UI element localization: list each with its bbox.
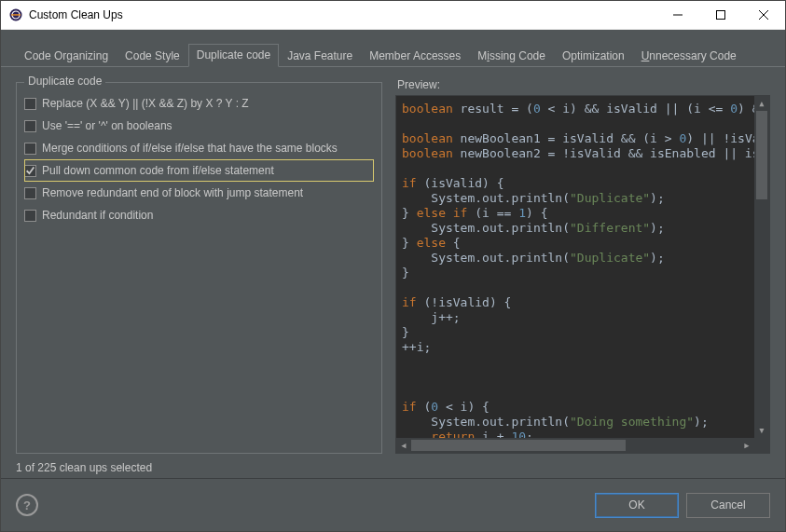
options-panel: Duplicate code Replace (X && Y) || (!X &… bbox=[16, 76, 382, 454]
option-label: Merge conditions of if/else if/else that… bbox=[42, 142, 338, 155]
footer: ? OK Cancel bbox=[1, 478, 785, 531]
tab-duplicate-code[interactable]: Duplicate code bbox=[188, 44, 279, 67]
option-label: Replace (X && Y) || (!X && Z) by X ? Y :… bbox=[42, 97, 249, 110]
preview-panel: Preview: boolean result = (0 < i) && isV… bbox=[395, 76, 770, 454]
app-icon bbox=[8, 7, 23, 22]
tab-unnecessary-code[interactable]: Unnecessary Code bbox=[633, 45, 745, 67]
group-legend: Duplicate code bbox=[24, 75, 105, 88]
tab-java-feature[interactable]: Java Feature bbox=[279, 45, 361, 67]
checkbox[interactable] bbox=[24, 165, 36, 177]
option-4[interactable]: Remove redundant end of block with jump … bbox=[24, 182, 374, 204]
close-button[interactable] bbox=[742, 1, 785, 29]
dialog-body: Code OrganizingCode StyleDuplicate codeJ… bbox=[1, 30, 785, 531]
ok-button[interactable]: OK bbox=[595, 493, 679, 518]
tab-code-organizing[interactable]: Code Organizing bbox=[16, 45, 117, 67]
checkbox[interactable] bbox=[24, 187, 36, 199]
duplicate-code-group: Duplicate code Replace (X && Y) || (!X &… bbox=[16, 82, 382, 454]
minimize-button[interactable] bbox=[656, 1, 699, 29]
preview-code: boolean result = (0 < i) && isValid || (… bbox=[395, 95, 770, 454]
scrollbar-corner bbox=[754, 438, 769, 453]
scroll-up-icon[interactable]: ▴ bbox=[754, 96, 769, 111]
option-label: Pull down common code from if/else state… bbox=[42, 164, 274, 177]
tab-member-accesses[interactable]: Member Accesses bbox=[361, 45, 469, 67]
scroll-right-icon[interactable]: ▸ bbox=[739, 438, 754, 453]
help-icon[interactable]: ? bbox=[16, 494, 38, 516]
option-5[interactable]: Redundant if condition bbox=[24, 204, 374, 226]
checkbox[interactable] bbox=[24, 210, 36, 222]
status-text: 1 of 225 clean ups selected bbox=[1, 461, 785, 478]
maximize-button[interactable] bbox=[699, 1, 742, 29]
scroll-left-icon[interactable]: ◂ bbox=[396, 438, 411, 453]
checkbox[interactable] bbox=[24, 98, 36, 110]
window-title: Custom Clean Ups bbox=[29, 8, 656, 21]
checkbox[interactable] bbox=[24, 143, 36, 155]
svg-rect-2 bbox=[11, 14, 21, 15]
content-area: Duplicate code Replace (X && Y) || (!X &… bbox=[1, 67, 785, 461]
option-label: Redundant if condition bbox=[42, 209, 153, 222]
tab-optimization[interactable]: Optimization bbox=[554, 45, 633, 67]
vertical-scrollbar[interactable]: ▴ ▾ bbox=[754, 96, 769, 438]
option-3[interactable]: Pull down common code from if/else state… bbox=[24, 159, 374, 182]
cancel-button[interactable]: Cancel bbox=[686, 493, 770, 518]
svg-rect-4 bbox=[717, 11, 725, 20]
option-1[interactable]: Use '==' or '^' on booleans bbox=[24, 115, 374, 137]
checkbox[interactable] bbox=[24, 120, 36, 132]
tab-missing-code[interactable]: Missing Code bbox=[469, 45, 554, 67]
dialog-window: Custom Clean Ups Code OrganizingCode Sty… bbox=[0, 0, 786, 532]
option-2[interactable]: Merge conditions of if/else if/else that… bbox=[24, 137, 374, 159]
tab-bar: Code OrganizingCode StyleDuplicate codeJ… bbox=[1, 30, 785, 67]
title-bar: Custom Clean Ups bbox=[1, 1, 785, 30]
tab-code-style[interactable]: Code Style bbox=[117, 45, 188, 67]
horizontal-scrollbar[interactable]: ◂ ▸ bbox=[396, 438, 754, 453]
scroll-down-icon[interactable]: ▾ bbox=[754, 423, 769, 438]
preview-label: Preview: bbox=[397, 78, 770, 91]
option-0[interactable]: Replace (X && Y) || (!X && Z) by X ? Y :… bbox=[24, 92, 374, 115]
option-label: Remove redundant end of block with jump … bbox=[42, 186, 303, 199]
code-text: boolean result = (0 < i) && isValid || (… bbox=[396, 96, 769, 444]
vscroll-thumb[interactable] bbox=[756, 111, 767, 199]
hscroll-thumb[interactable] bbox=[411, 440, 626, 451]
option-label: Use '==' or '^' on booleans bbox=[42, 119, 172, 132]
